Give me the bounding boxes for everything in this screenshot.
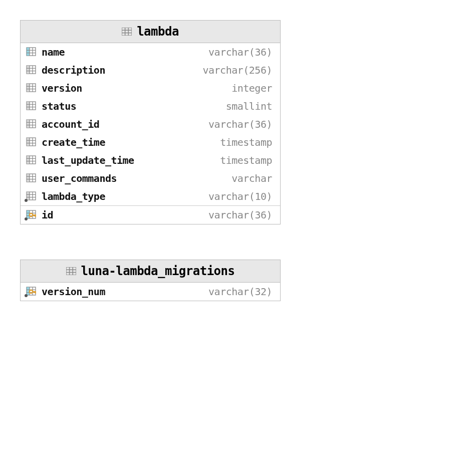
svg-rect-82 (35, 291, 36, 294)
column-row: versioninteger (21, 79, 280, 97)
column-type: timestamp (220, 154, 272, 166)
column-name: version_num (42, 286, 105, 298)
table-name: lambda (137, 25, 179, 39)
column-type: varchar (231, 172, 272, 184)
column-row: idvarchar(36) (21, 205, 280, 224)
column-type: smallint (226, 100, 272, 112)
svg-rect-68 (34, 214, 35, 216)
svg-rect-12 (27, 66, 30, 74)
svg-rect-54 (27, 192, 30, 200)
table-grid-icon (66, 267, 76, 275)
table-name: luna-lambda_migrations (81, 264, 235, 278)
column-name: description (42, 64, 105, 76)
column-row: lambda_typevarchar(10) (21, 187, 280, 205)
column-type: timestamp (220, 136, 272, 148)
table-grid-icon (122, 28, 132, 36)
svg-rect-24 (27, 102, 30, 110)
column-row: last_update_timetimestamp (21, 151, 280, 169)
not-null-dot-icon (25, 217, 28, 220)
column-icon (26, 155, 37, 165)
column-row: create_timetimestamp (21, 133, 280, 151)
column-row: user_commandsvarchar (21, 169, 280, 187)
db-table: lambda namevarchar(36) descriptionvarcha… (20, 20, 281, 224)
column-name: name (42, 46, 65, 58)
column-type: varchar(10) (208, 190, 272, 202)
svg-rect-36 (27, 138, 30, 146)
column-icon (26, 65, 37, 75)
column-name: account_id (42, 118, 99, 130)
db-table: luna-lambda_migrations version_numvarcha… (20, 260, 281, 301)
svg-rect-42 (27, 156, 30, 164)
column-icon (26, 47, 37, 57)
column-icon (26, 83, 37, 93)
column-name: version (42, 82, 82, 94)
column-row: statussmallint (21, 97, 280, 115)
column-icon (26, 137, 37, 147)
column-name: id (42, 209, 53, 221)
column-type: integer (231, 82, 272, 94)
column-name: user_commands (42, 172, 117, 184)
not-null-dot-icon (25, 199, 28, 202)
svg-rect-69 (66, 267, 76, 275)
svg-rect-83 (34, 291, 35, 293)
primary-key-icon (26, 287, 37, 297)
column-name: last_update_time (42, 154, 134, 166)
svg-rect-67 (35, 214, 36, 217)
not-null-dot-icon (25, 294, 28, 297)
column-icon (26, 173, 37, 183)
column-row: version_numvarchar(32) (21, 283, 280, 301)
column-icon (26, 101, 37, 111)
column-icon (26, 119, 37, 129)
column-type: varchar(32) (208, 286, 272, 298)
svg-rect-48 (27, 174, 30, 182)
column-type: varchar(36) (208, 46, 272, 58)
svg-rect-0 (122, 28, 132, 36)
column-row: account_idvarchar(36) (21, 115, 280, 133)
column-name: status (42, 100, 76, 112)
table-header: luna-lambda_migrations (21, 260, 280, 283)
svg-rect-6 (27, 48, 30, 56)
svg-rect-30 (27, 120, 30, 128)
column-name: lambda_type (42, 190, 105, 202)
column-type: varchar(36) (208, 118, 272, 130)
svg-rect-18 (27, 84, 30, 92)
tables-container: lambda namevarchar(36) descriptionvarcha… (20, 20, 456, 336)
primary-key-icon (26, 210, 37, 220)
column-icon (26, 191, 37, 201)
column-row: namevarchar(36) (21, 43, 280, 61)
column-type: varchar(256) (203, 64, 273, 76)
column-type: varchar(36) (208, 209, 272, 221)
table-header: lambda (21, 21, 280, 43)
column-name: create_time (42, 136, 105, 148)
column-row: descriptionvarchar(256) (21, 61, 280, 79)
